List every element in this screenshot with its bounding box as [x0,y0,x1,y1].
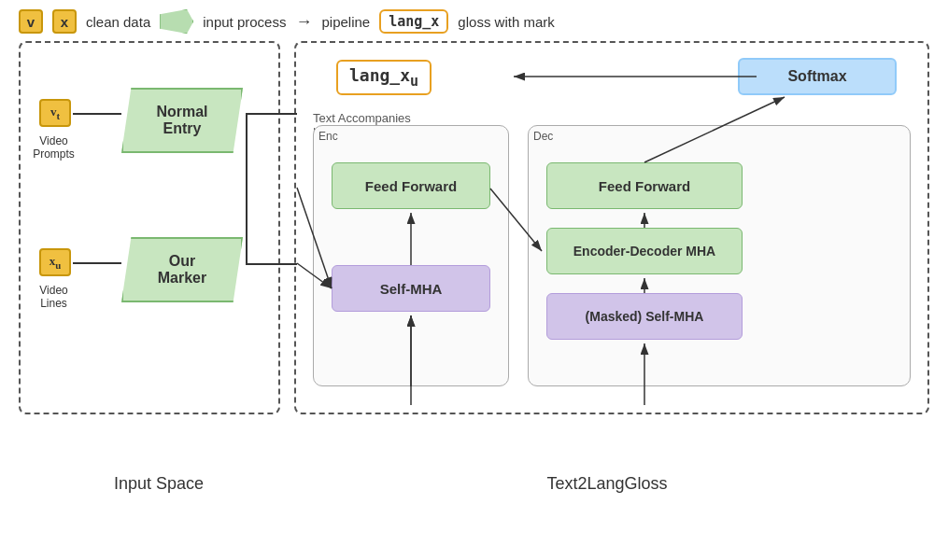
enc-self-mha-box: Self-MHA [332,265,490,312]
xu-text: xu [50,254,62,271]
bracket-top-horizontal [246,113,297,115]
bracket-vertical [246,113,248,264]
t2lg-title: Text2LangGloss [299,474,915,494]
video-prompts-label: VideoPrompts [28,134,79,161]
input-space-title: Input Space [19,474,299,494]
lang-xu-box: lang_xu [336,60,432,95]
enc-label: Enc [313,128,344,145]
normal-entry-shape: NormalEntry [121,88,243,153]
xu-badge: xu [39,248,71,276]
our-marker-shape: OurMarker [121,237,243,302]
legend-input-process-shape [160,9,193,34]
legend-v-badge: v [19,9,43,34]
video-lines-label: VideoLines [28,284,79,310]
legend-clean-data-label: clean data [86,14,150,30]
vt-badge: vt [39,99,71,127]
connector-xu-marker [73,262,121,264]
dec-feed-forward-box: Feed Forward [546,162,743,209]
dec-label: Dec [528,128,559,145]
legend-pipeline-label: pipeline [321,14,370,30]
legend-gloss-badge: lang_x [379,9,448,34]
legend-input-process-label: input process [203,14,286,30]
masked-self-mha-box: (Masked) Self-MHA [546,293,743,340]
enc-dec-mha-box: Encoder-Decoder MHA [546,228,743,274]
connector-vt-normal [73,113,121,115]
enc-feed-forward-box: Feed Forward [332,162,490,209]
bottom-labels: Input Space Text2LangGloss [19,474,915,494]
legend-arrow-icon: → [295,12,312,32]
legend-gloss-with-mark-label: gloss with mark [458,14,554,30]
legend-bar: v x clean data input process → pipeline … [0,0,934,41]
diagram-area: vt VideoPrompts xu VideoLines NormalEntr… [19,41,915,498]
bracket-bottom-horizontal [246,263,297,265]
vt-text: vt [50,105,60,121]
legend-x-badge: x [52,9,77,34]
softmax-box: Softmax [738,58,897,95]
